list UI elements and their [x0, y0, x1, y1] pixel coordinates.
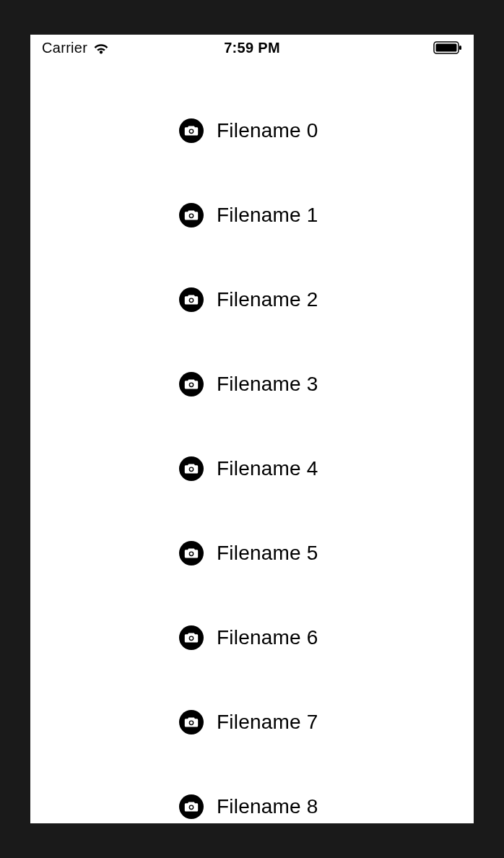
status-bar-time: 7:59 PM: [224, 40, 280, 56]
svg-point-17: [190, 467, 193, 470]
device-screen: Carrier 7:59 PM Filenam: [30, 35, 474, 823]
svg-point-11: [190, 298, 193, 301]
file-list[interactable]: Filename 0 Filename 1 Filename 2 Filenam…: [30, 61, 474, 823]
svg-rect-1: [436, 44, 457, 52]
camera-icon: [179, 372, 204, 396]
camera-icon: [179, 287, 204, 312]
list-item[interactable]: Filename 1: [30, 173, 474, 257]
list-item-label: Filename 8: [217, 795, 318, 818]
list-item[interactable]: Filename 0: [30, 88, 474, 173]
battery-icon: [433, 41, 462, 54]
svg-point-29: [190, 805, 193, 808]
svg-point-20: [190, 552, 193, 555]
list-item-label: Filename 7: [217, 711, 318, 734]
status-bar-left: Carrier: [42, 40, 109, 56]
camera-icon: [179, 456, 204, 481]
list-item-label: Filename 0: [217, 119, 318, 142]
list-item[interactable]: Filename 4: [30, 426, 474, 511]
list-item[interactable]: Filename 6: [30, 595, 474, 680]
list-item-label: Filename 6: [217, 626, 318, 649]
camera-icon: [179, 118, 204, 143]
list-item[interactable]: Filename 7: [30, 680, 474, 764]
list-item[interactable]: Filename 2: [30, 257, 474, 342]
status-bar: Carrier 7:59 PM: [30, 35, 474, 61]
svg-point-8: [190, 214, 193, 217]
list-item-label: Filename 5: [217, 542, 318, 565]
list-item[interactable]: Filename 3: [30, 342, 474, 426]
list-item-label: Filename 3: [217, 373, 318, 396]
svg-point-5: [190, 129, 193, 132]
camera-icon: [179, 710, 204, 734]
list-item[interactable]: Filename 5: [30, 511, 474, 595]
camera-icon: [179, 203, 204, 228]
carrier-label: Carrier: [42, 40, 87, 56]
list-item-label: Filename 2: [217, 288, 318, 311]
status-bar-right: [433, 41, 462, 54]
camera-icon: [179, 794, 204, 819]
list-item-label: Filename 1: [217, 204, 318, 227]
svg-point-14: [190, 383, 193, 386]
svg-point-26: [190, 721, 193, 724]
list-item-label: Filename 4: [217, 457, 318, 480]
wifi-icon: [93, 42, 109, 54]
svg-point-23: [190, 636, 193, 639]
svg-rect-2: [459, 46, 461, 50]
camera-icon: [179, 541, 204, 566]
list-item[interactable]: Filename 8: [30, 764, 474, 823]
camera-icon: [179, 625, 204, 650]
